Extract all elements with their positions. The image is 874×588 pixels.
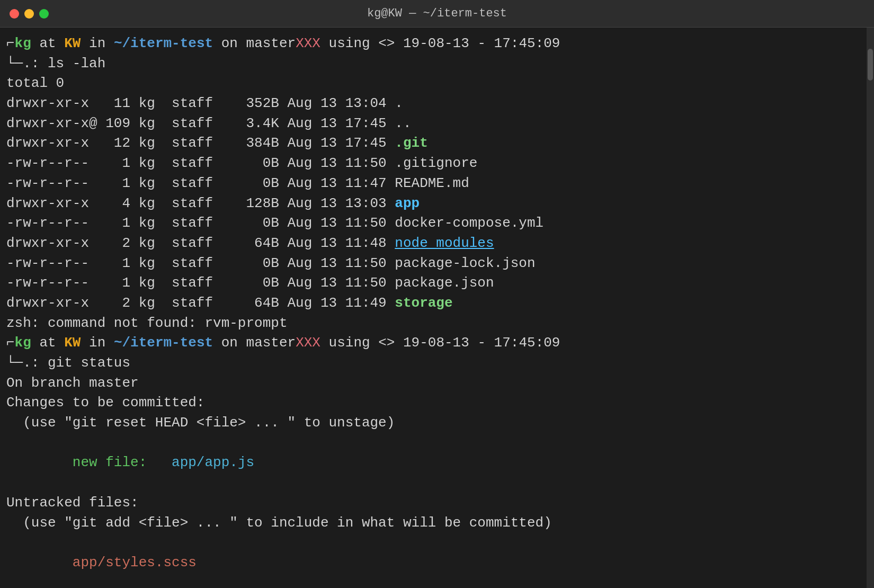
prompt-line-1: ⌐kg at KW in ~/iterm-test on masterXXX u… bbox=[6, 34, 863, 54]
output-changes: Changes to be committed: bbox=[6, 393, 863, 413]
ls-app: drwxr-xr-x 4 kg staff 128B Aug 13 13:03 … bbox=[6, 194, 863, 214]
minimize-button[interactable] bbox=[24, 9, 34, 19]
scrollbar[interactable] bbox=[867, 28, 874, 588]
command-ls: └─.: ls -lah bbox=[6, 54, 863, 74]
scrollbar-thumb[interactable] bbox=[868, 49, 873, 81]
ls-pkg: -rw-r--r-- 1 kg staff 0B Aug 13 11:50 pa… bbox=[6, 273, 863, 293]
new-file-line: new file: app/app.js bbox=[6, 453, 863, 473]
close-button[interactable] bbox=[10, 9, 19, 19]
command-git-status: └─.: git status bbox=[6, 353, 863, 373]
output-total: total 0 bbox=[6, 74, 863, 94]
window-title: kg@KW — ~/iterm-test bbox=[367, 5, 507, 22]
title-bar: kg@KW — ~/iterm-test bbox=[0, 0, 874, 28]
prompt-line-2: ⌐kg at KW in ~/iterm-test on masterXXX u… bbox=[6, 333, 863, 353]
output-untracked: Untracked files: bbox=[6, 493, 863, 513]
blank-3 bbox=[6, 533, 863, 553]
ls-dot: drwxr-xr-x 11 kg staff 352B Aug 13 13:04… bbox=[6, 94, 863, 114]
terminal[interactable]: ⌐kg at KW in ~/iterm-test on masterXXX u… bbox=[0, 28, 874, 588]
ls-dotdot: drwxr-xr-x@ 109 kg staff 3.4K Aug 13 17:… bbox=[6, 114, 863, 134]
output-branch: On branch master bbox=[6, 373, 863, 394]
blank-4 bbox=[6, 573, 863, 588]
ls-gitignore: -rw-r--r-- 1 kg staff 0B Aug 13 11:50 .g… bbox=[6, 154, 863, 174]
ls-docker: -rw-r--r-- 1 kg staff 0B Aug 13 11:50 do… bbox=[6, 213, 863, 234]
maximize-button[interactable] bbox=[39, 9, 49, 19]
window-controls[interactable] bbox=[10, 9, 49, 19]
untracked-file: app/styles.scss bbox=[6, 553, 863, 573]
blank-2 bbox=[6, 473, 863, 493]
output-include-hint: (use "git add <file> ... " to include in… bbox=[6, 513, 863, 533]
ls-pkglock: -rw-r--r-- 1 kg staff 0B Aug 13 11:50 pa… bbox=[6, 254, 863, 274]
output-unstage-hint: (use "git reset HEAD <file> ... " to uns… bbox=[6, 413, 863, 433]
ls-readme: -rw-r--r-- 1 kg staff 0B Aug 13 11:47 RE… bbox=[6, 174, 863, 194]
ls-git: drwxr-xr-x 12 kg staff 384B Aug 13 17:45… bbox=[6, 133, 863, 154]
blank-1 bbox=[6, 433, 863, 453]
ls-storage: drwxr-xr-x 2 kg staff 64B Aug 13 11:49 s… bbox=[6, 293, 863, 314]
ls-node: drwxr-xr-x 2 kg staff 64B Aug 13 11:48 n… bbox=[6, 234, 863, 254]
error-rvm-1: zsh: command not found: rvm-prompt bbox=[6, 314, 863, 334]
